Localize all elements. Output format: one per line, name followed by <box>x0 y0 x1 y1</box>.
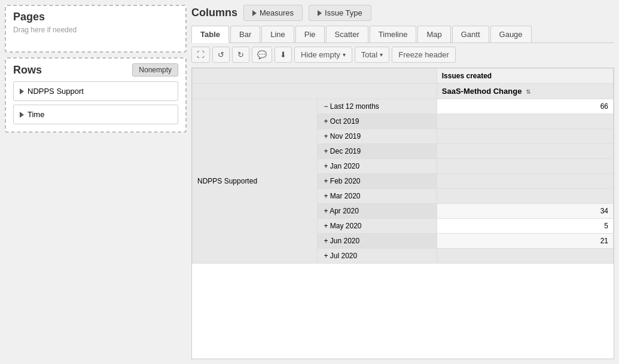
left-panel: Pages Drag here if needed Rows Nonempty … <box>0 0 191 364</box>
row-item-time[interactable]: Time <box>13 105 178 124</box>
redo-button[interactable]: ↻ <box>232 47 249 63</box>
nonempty-button[interactable]: Nonempty <box>132 63 178 77</box>
rows-section: Rows Nonempty NDPPS Support Time <box>5 57 187 133</box>
issue-type-pill[interactable]: Issue Type <box>309 5 371 21</box>
period-cell: − Last 12 months <box>318 99 437 114</box>
issue-type-expand-icon <box>318 10 322 16</box>
total-label: Total <box>361 50 377 59</box>
tab-map[interactable]: Map <box>417 26 450 42</box>
freeze-header-button[interactable]: Freeze header <box>392 47 456 63</box>
row-item-ndpps[interactable]: NDPPS Support <box>13 81 178 101</box>
tab-bar[interactable]: Bar <box>230 26 260 42</box>
table-row: NDPPS Supported− Last 12 months66 <box>193 99 614 114</box>
pages-section: Pages Drag here if needed <box>5 5 187 53</box>
issues-created-header: Issues created <box>437 69 613 84</box>
measures-label: Measures <box>260 8 294 17</box>
value-cell <box>437 144 613 159</box>
table-body: NDPPS Supported− Last 12 months66+ Oct 2… <box>193 99 614 264</box>
measures-expand-icon <box>252 10 257 16</box>
value-cell: 34 <box>437 204 613 219</box>
value-cell <box>437 114 613 129</box>
period-cell: + May 2020 <box>318 219 437 234</box>
total-caret: ▾ <box>380 51 383 58</box>
columns-section: Columns Measures Issue Type <box>191 5 614 21</box>
tab-gauge[interactable]: Gauge <box>490 26 532 42</box>
value-cell <box>437 159 613 174</box>
data-table-wrapper: Issues created SaaS-Method Change ⇅ NDPP… <box>191 68 614 359</box>
tab-table[interactable]: Table <box>191 26 229 43</box>
data-table: Issues created SaaS-Method Change ⇅ NDPP… <box>192 68 614 264</box>
period-cell: + Jan 2020 <box>318 159 437 174</box>
period-cell: + Feb 2020 <box>318 174 437 189</box>
chart-tabs: Table Bar Line Pie Scatter Timeline Map … <box>191 26 614 43</box>
freeze-header-label: Freeze header <box>398 50 449 59</box>
header-empty-1 <box>193 69 437 84</box>
hide-empty-label: Hide empty <box>301 50 340 59</box>
value-cell <box>437 249 613 264</box>
expand-icon-time <box>20 112 24 118</box>
period-cell: + Mar 2020 <box>318 189 437 204</box>
undo-button[interactable]: ↺ <box>212 47 230 63</box>
toolbar: ⛶ ↺ ↻ 💬 ⬇ Hide empty ▾ Total ▾ Freeze he… <box>191 47 614 63</box>
period-cell: + Dec 2019 <box>318 144 437 159</box>
hide-empty-dropdown[interactable]: Hide empty ▾ <box>294 47 352 63</box>
period-cell: + Apr 2020 <box>318 204 437 219</box>
value-cell <box>437 174 613 189</box>
value-cell: 21 <box>437 234 613 249</box>
pages-drag-hint: Drag here if needed <box>13 26 178 34</box>
row-label: NDPPS Supported <box>193 99 318 264</box>
period-cell: + Nov 2019 <box>318 129 437 144</box>
tab-timeline[interactable]: Timeline <box>370 26 417 42</box>
download-button[interactable]: ⬇ <box>275 47 292 63</box>
tab-gantt[interactable]: Gantt <box>452 26 489 42</box>
tab-line[interactable]: Line <box>261 26 294 42</box>
issue-type-label: Issue Type <box>325 8 362 17</box>
expand-icon-ndpps <box>20 88 24 94</box>
measures-pill[interactable]: Measures <box>243 5 303 21</box>
hide-empty-caret: ▾ <box>343 51 346 58</box>
header-empty-2 <box>193 84 437 99</box>
row-item-time-label: Time <box>28 110 44 119</box>
period-cell: + Jun 2020 <box>318 234 437 249</box>
table-header-row-1: Issues created <box>193 69 614 84</box>
value-cell: 5 <box>437 219 613 234</box>
value-cell <box>437 189 613 204</box>
tab-scatter[interactable]: Scatter <box>326 26 368 42</box>
expand-all-button[interactable]: ⛶ <box>191 47 210 63</box>
sort-arrows-icon[interactable]: ⇅ <box>526 88 530 95</box>
saas-method-header: SaaS-Method Change ⇅ <box>437 84 613 99</box>
right-panel: Columns Measures Issue Type Table Bar Li… <box>191 0 619 364</box>
row-item-ndpps-label: NDPPS Support <box>28 87 84 96</box>
value-cell: 66 <box>437 99 613 114</box>
rows-title: Rows <box>13 64 42 77</box>
tab-pie[interactable]: Pie <box>295 26 325 42</box>
period-cell: + Jul 2020 <box>318 249 437 264</box>
period-cell: + Oct 2019 <box>318 114 437 129</box>
columns-label: Columns <box>191 7 237 19</box>
comment-button[interactable]: 💬 <box>252 47 272 63</box>
total-dropdown[interactable]: Total ▾ <box>355 47 389 63</box>
pages-title: Pages <box>13 11 178 23</box>
rows-header: Rows Nonempty <box>13 63 178 77</box>
value-cell <box>437 129 613 144</box>
table-header-row-2: SaaS-Method Change ⇅ <box>193 84 614 99</box>
